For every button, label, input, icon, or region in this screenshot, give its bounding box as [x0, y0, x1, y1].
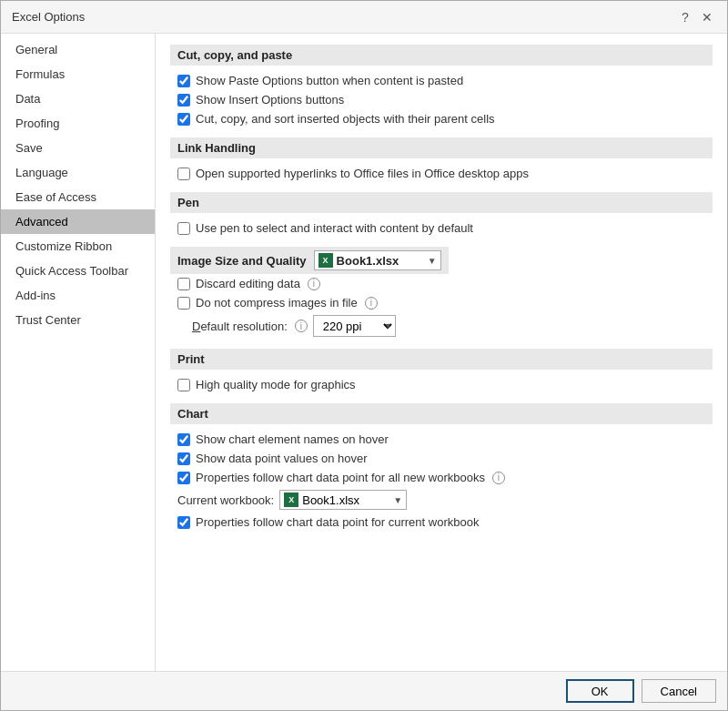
current-workbook-row: Current workbook:XBook1.xlsx▼ [170, 487, 713, 513]
option-row-properties-follow-current: Properties follow chart data point for c… [170, 513, 713, 532]
current-workbook-label: Current workbook: [177, 493, 274, 507]
sidebar-item-quick-access-toolbar[interactable]: Quick Access Toolbar [1, 259, 155, 283]
sidebar-item-customize-ribbon[interactable]: Customize Ribbon [1, 234, 155, 259]
label-show-data-point-values: Show data point values on hover [196, 452, 368, 465]
option-row-show-insert-options: Show Insert Options buttons [170, 90, 713, 109]
section-header-print: Print [170, 349, 713, 370]
excel-options-dialog: Excel Options ? ✕ GeneralFormulasDataPro… [0, 0, 728, 711]
checkbox-properties-follow-all[interactable] [177, 472, 190, 484]
content-scrollable: Cut, copy, and pasteShow Paste Options b… [156, 34, 727, 671]
sidebar-item-formulas[interactable]: Formulas [1, 62, 155, 86]
label-show-paste-options: Show Paste Options button when content i… [196, 74, 463, 87]
resolution-row: Default resolution:i220 ppi [170, 312, 713, 340]
sidebar-item-save[interactable]: Save [1, 136, 155, 160]
current-workbook-file-select[interactable]: XBook1.xlsx▼ [279, 490, 407, 510]
properties-follow-all-info-icon[interactable]: i [492, 472, 505, 484]
option-row-use-pen: Use pen to select and interact with cont… [170, 218, 713, 238]
checkbox-properties-follow-current[interactable] [177, 516, 190, 529]
resolution-select[interactable]: 220 ppi [313, 315, 396, 337]
option-row-no-compress-images: Do not compress images in filei [170, 293, 713, 312]
sidebar-item-general[interactable]: General [1, 37, 155, 62]
checkbox-open-hyperlinks[interactable] [177, 168, 190, 180]
checkbox-high-quality-graphics[interactable] [177, 379, 190, 391]
section-header-link-handling: Link Handling [170, 137, 713, 158]
section-header-pen: Pen [170, 192, 713, 213]
discard-editing-data-info-icon[interactable]: i [308, 278, 320, 290]
sidebar-item-trust-center[interactable]: Trust Center [1, 308, 155, 332]
sidebar: GeneralFormulasDataProofingSaveLanguageE… [1, 34, 156, 671]
option-row-open-hyperlinks: Open supported hyperlinks to Office file… [170, 164, 713, 183]
option-row-cut-copy-sort: Cut, copy, and sort inserted objects wit… [170, 109, 713, 128]
resolution-select-wrapper: 220 ppi [313, 315, 396, 337]
sidebar-item-add-ins[interactable]: Add-ins [1, 283, 155, 308]
title-bar-controls: ? ✕ [676, 8, 716, 26]
sidebar-item-data[interactable]: Data [1, 86, 155, 111]
checkbox-show-data-point-values[interactable] [177, 452, 190, 465]
checkbox-show-paste-options[interactable] [177, 75, 190, 87]
checkbox-show-insert-options[interactable] [177, 94, 190, 107]
no-compress-images-info-icon[interactable]: i [365, 297, 378, 310]
close-button[interactable]: ✕ [698, 8, 716, 26]
dialog-body: GeneralFormulasDataProofingSaveLanguageE… [1, 34, 727, 671]
checkbox-use-pen[interactable] [177, 222, 190, 235]
sidebar-item-proofing[interactable]: Proofing [1, 111, 155, 136]
ok-button[interactable]: OK [566, 679, 634, 703]
label-high-quality-graphics: High quality mode for graphics [196, 378, 356, 391]
option-row-properties-follow-all: Properties follow chart data point for a… [170, 468, 713, 487]
resolution-label: Default resolution: [192, 320, 288, 333]
label-properties-follow-current: Properties follow chart data point for c… [196, 515, 479, 529]
label-no-compress-images: Do not compress images in file [196, 296, 358, 310]
section-header-image-size-quality: Image Size and QualityXBook1.xlsx▼ [170, 247, 449, 274]
label-open-hyperlinks: Open supported hyperlinks to Office file… [196, 167, 529, 180]
checkbox-discard-editing-data[interactable] [177, 278, 190, 290]
option-row-discard-editing-data: Discard editing datai [170, 274, 713, 293]
section-header-chart: Chart [170, 403, 713, 424]
checkbox-no-compress-images[interactable] [177, 297, 190, 310]
dialog-title: Excel Options [12, 10, 85, 24]
option-row-show-paste-options: Show Paste Options button when content i… [170, 71, 713, 90]
option-row-high-quality-graphics: High quality mode for graphics [170, 375, 713, 394]
cancel-button[interactable]: Cancel [642, 679, 716, 703]
label-discard-editing-data: Discard editing data [196, 277, 300, 290]
checkbox-show-chart-element-names[interactable] [177, 433, 190, 446]
checkbox-cut-copy-sort[interactable] [177, 113, 190, 126]
title-bar: Excel Options ? ✕ [1, 1, 727, 34]
help-button[interactable]: ? [676, 8, 694, 26]
sidebar-item-ease-of-access[interactable]: Ease of Access [1, 185, 155, 209]
label-use-pen: Use pen to select and interact with cont… [196, 221, 473, 235]
dialog-footer: OK Cancel [1, 671, 727, 710]
option-row-show-data-point-values: Show data point values on hover [170, 449, 713, 468]
label-show-insert-options: Show Insert Options buttons [196, 93, 344, 107]
label-properties-follow-all: Properties follow chart data point for a… [196, 471, 485, 484]
option-row-show-chart-element-names: Show chart element names on hover [170, 430, 713, 449]
label-cut-copy-sort: Cut, copy, and sort inserted objects wit… [196, 112, 495, 126]
sidebar-item-advanced[interactable]: Advanced [1, 209, 155, 234]
resolution-info-icon[interactable]: i [295, 320, 308, 332]
section-header-cut-copy-paste: Cut, copy, and paste [170, 45, 713, 66]
label-show-chart-element-names: Show chart element names on hover [196, 432, 389, 446]
content-scroll-container: Cut, copy, and pasteShow Paste Options b… [156, 34, 727, 671]
image-quality-file-select[interactable]: XBook1.xlsx▼ [314, 250, 441, 270]
sidebar-item-language[interactable]: Language [1, 160, 155, 185]
